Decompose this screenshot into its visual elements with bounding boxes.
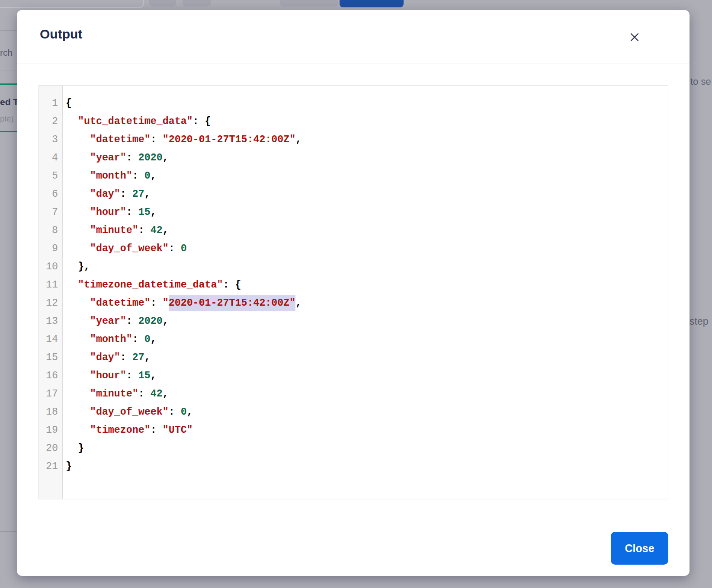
code-line: 20 }	[38, 439, 668, 457]
line-number: 18	[38, 403, 62, 421]
background-hint-fragment: step	[690, 316, 708, 327]
code-line: 1{	[38, 94, 668, 112]
code-line: 10 },	[38, 258, 668, 276]
background-green-rule	[0, 131, 17, 132]
code-line: 11 "timezone_datetime_data": {	[38, 276, 668, 294]
code-text: "day": 27,	[62, 348, 151, 367]
code-line: 2 "utc_datetime_data": {	[38, 112, 668, 131]
code-line: 7 "hour": 15,	[38, 203, 668, 221]
background-toolbar-button	[183, 0, 211, 6]
line-number: 13	[38, 312, 62, 330]
background-toolbar-button	[149, 0, 176, 6]
code-line: 12 "datetime": "2020-01-27T15:42:00Z",	[38, 294, 668, 312]
line-number: 1	[38, 94, 62, 112]
background-tab-subtitle-fragment: ple)	[0, 114, 14, 124]
selected-text: 2020-01-27T15:42:00Z"	[169, 295, 296, 311]
code-line: 4 "year": 2020,	[38, 149, 668, 167]
line-number: 21	[38, 457, 62, 476]
code-text: }	[62, 457, 72, 476]
code-text: "timezone_datetime_data": {	[62, 276, 241, 294]
code-line: 19 "timezone": "UTC"	[38, 421, 668, 439]
background-tab-title-fragment: ed T	[0, 97, 19, 107]
code-line: 5 "month": 0,	[38, 167, 668, 185]
background-divider	[0, 30, 17, 31]
line-number: 6	[38, 185, 62, 203]
background-toolbar-button	[280, 0, 338, 6]
background-primary-button	[340, 0, 404, 7]
code-text: },	[62, 258, 90, 276]
line-number: 8	[38, 221, 62, 240]
line-number: 2	[38, 112, 62, 131]
line-number: 16	[38, 367, 62, 385]
background-green-rule	[0, 83, 17, 85]
code-viewer[interactable]: 1{2 "utc_datetime_data": {3 "datetime": …	[38, 85, 668, 499]
code-text: "minute": 42,	[62, 221, 169, 240]
output-modal: Output 1{2 "utc_datetime_data": {3 "date…	[17, 10, 690, 576]
code-text: "hour": 15,	[62, 367, 157, 385]
line-number: 17	[38, 385, 62, 403]
code-text: "hour": 15,	[62, 203, 157, 221]
line-number: 10	[38, 258, 62, 276]
background-divider	[690, 66, 712, 66]
line-number: 15	[38, 348, 62, 367]
code-text: "year": 2020,	[62, 312, 169, 330]
background-divider	[0, 70, 17, 70]
line-number: 7	[38, 203, 62, 221]
code-line: 16 "hour": 15,	[38, 367, 668, 385]
line-number: 12	[38, 294, 62, 312]
background-search-input	[0, 0, 144, 8]
code-line: 18 "day_of_week": 0,	[38, 403, 668, 421]
code-text: "day_of_week": 0,	[62, 403, 193, 421]
code-text: "utc_datetime_data": {	[62, 112, 211, 131]
code-text: "month": 0,	[62, 330, 157, 348]
close-button[interactable]: Close	[611, 532, 668, 565]
line-number: 9	[38, 240, 62, 258]
code-text: "year": 2020,	[62, 149, 169, 167]
background-search-label-fragment: rch	[0, 48, 13, 58]
code-line: 17 "minute": 42,	[38, 385, 668, 403]
screen: rch ed T ple) to se step Output 1{2 "utc…	[0, 0, 712, 588]
background-hint-fragment: to se	[690, 76, 711, 87]
line-number: 19	[38, 421, 62, 439]
code-line: 3 "datetime": "2020-01-27T15:42:00Z",	[38, 131, 668, 149]
line-number: 20	[38, 439, 62, 457]
code-text: "datetime": "2020-01-27T15:42:00Z",	[62, 294, 301, 312]
code-text: }	[62, 439, 84, 457]
code-text: {	[62, 94, 72, 112]
modal-title: Output	[40, 25, 82, 44]
line-number: 3	[38, 131, 62, 149]
line-number: 4	[38, 149, 62, 167]
code-line: 21}	[38, 457, 668, 476]
code-line: 8 "minute": 42,	[38, 221, 668, 240]
code-text: "day": 27,	[62, 185, 151, 203]
line-number: 5	[38, 167, 62, 185]
header-divider	[17, 64, 690, 64]
code-text: "day_of_week": 0	[62, 240, 187, 258]
code-text: "month": 0,	[62, 167, 157, 185]
code-line: 14 "month": 0,	[38, 330, 668, 348]
code-text: "minute": 42,	[62, 385, 169, 403]
code-text: "datetime": "2020-01-27T15:42:00Z",	[62, 131, 301, 149]
code-line: 13 "year": 2020,	[38, 312, 668, 330]
code-line: 6 "day": 27,	[38, 185, 668, 203]
code-text: "timezone": "UTC"	[62, 421, 193, 439]
code-line: 9 "day_of_week": 0	[38, 240, 668, 258]
line-number: 11	[38, 276, 62, 294]
close-icon[interactable]	[626, 29, 643, 46]
code-lines: 1{2 "utc_datetime_data": {3 "datetime": …	[38, 86, 668, 499]
code-line: 15 "day": 27,	[38, 348, 668, 367]
line-number: 14	[38, 330, 62, 348]
background-divider	[0, 531, 17, 532]
x-icon	[630, 32, 639, 42]
